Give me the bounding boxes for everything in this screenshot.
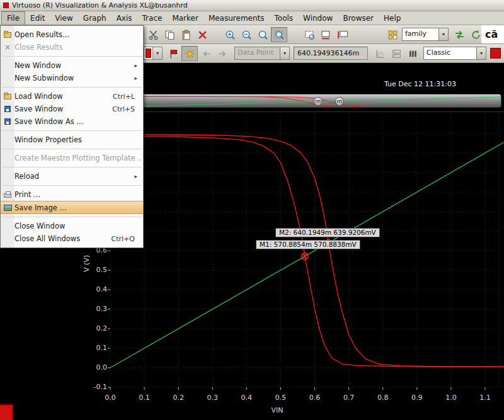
menu-separator [2,130,142,131]
chart-stack-icon[interactable] [388,46,404,61]
data-point-combo-value: Data Point [235,47,280,59]
menubar-item-window[interactable]: Window [298,11,338,25]
file-menu-item-label: New Subwindow [14,74,74,82]
file-menu-item-close-all-windows[interactable]: Close All WindowsCtrl+Q [1,232,143,245]
menubar-item-tools[interactable]: Tools [270,11,299,25]
x-tick-label: 0.8 [373,394,393,402]
save-window-as-icon [1,118,14,125]
marker-label-m2[interactable]: M2: 640.1949m 639.9206mV [275,228,380,237]
redo-arrow-icon[interactable] [214,46,231,61]
file-menu-item-close-results: Close Results [1,41,143,54]
file-menu-item-save-image[interactable]: Save Image ... [1,201,143,214]
file-menu-item-label: Window Properties [14,135,82,144]
menubar: FileEditViewGraphAxisTraceMarkerMeasurem… [0,11,504,25]
file-menu-item-label: Load Window [14,92,63,101]
data-point-combo-arrow-icon [280,47,289,59]
sun-toggle-icon[interactable] [181,46,198,61]
load-window-icon [1,94,14,99]
copy-icon[interactable] [161,27,178,42]
file-menu-item-label: Close All Windows [14,234,80,243]
close-results-icon [1,44,14,50]
menubar-item-browser[interactable]: Browser [338,11,379,25]
x-tick-label: 0.1 [134,394,154,402]
menubar-item-trace[interactable]: Trace [137,11,168,25]
delete-icon[interactable] [194,27,210,42]
menu-separator [2,149,142,149]
toolbar-group-swap [451,27,484,42]
toolbar-group-markers [165,46,231,61]
window-title: Virtuoso (R) Visualization & Analysis XL… [12,1,188,9]
menubar-item-view[interactable]: View [50,11,77,25]
save-window-icon [1,106,14,112]
family-combo-value: family [403,28,438,40]
menubar-item-graph[interactable]: Graph [78,11,112,25]
x-tick-label: 1.0 [441,394,461,402]
file-menu-item-load-window[interactable]: Load WindowCtrl+L [1,90,143,103]
file-menu-item-print[interactable]: Print ... [1,188,143,201]
menubar-item-measurements[interactable]: Measurements [203,11,270,25]
file-menu-item-save-window[interactable]: Save WindowCtrl+S [1,103,143,115]
undo-arrow-icon[interactable] [198,46,214,61]
chart-overlay-icon[interactable] [372,46,388,61]
zoom-box-icon[interactable] [271,27,287,42]
paste-icon[interactable] [178,27,194,42]
bars-icon[interactable] [404,46,421,61]
x-tick-label: 1.1 [475,394,495,402]
file-menu-item-label: Close Window [14,222,65,230]
file-menu-item-reload[interactable]: Reload [1,170,143,183]
scissors-icon[interactable] [145,27,161,42]
zoom-y-icon[interactable] [334,27,350,42]
y-tick-label: 0.2 [81,324,107,333]
style-combo-arrow-icon[interactable] [476,47,486,59]
y-tick-label: 0.0 [81,363,107,372]
swap-green-icon[interactable] [451,27,467,42]
trace-color-combo[interactable] [144,47,163,60]
zoom-fit-icon[interactable] [255,27,271,42]
titlebar[interactable]: Virtuoso (R) Visualization & Analysis XL… [0,0,504,11]
file-menu-item-save-window-as[interactable]: Save Window As ... [1,115,143,128]
data-point-combo[interactable]: Data Point [234,47,290,60]
family-grid-icon[interactable] [384,27,401,42]
datapoint-value-field[interactable]: 640.194936146m [294,47,368,60]
x-tick-label: 0.7 [339,394,359,402]
menubar-item-marker[interactable]: Marker [167,11,203,25]
style-combo-value: Classic [424,47,476,59]
toolbar-group-family [384,27,401,42]
zoom-region-icon[interactable] [301,27,318,42]
file-menu-item-window-properties[interactable]: Window Properties [1,133,143,146]
file-menu-item-label: Save Window [14,105,63,113]
file-menu-item-close-window[interactable]: Close Window [1,220,143,232]
menubar-item-file[interactable]: File [1,11,25,25]
y-tick-label: 0.3 [81,305,107,314]
file-menu-item-open-results[interactable]: Open Results... [1,28,143,41]
marker-flag-icon[interactable] [165,46,181,61]
family-combo-arrow-icon[interactable] [438,28,448,40]
x-tick-label: 0.9 [407,394,427,402]
style-combo[interactable]: Classic [423,47,486,60]
trace-color-arrow-icon[interactable] [152,47,162,59]
zoom-in-icon[interactable] [222,27,238,42]
menu-separator [2,167,142,167]
trace-color-swatch [146,48,151,58]
x-tick-label: 0.6 [305,394,325,402]
zoom-out-icon[interactable] [238,27,255,42]
file-menu-item-new-window[interactable]: New Window [1,59,143,72]
menu-separator [2,185,142,186]
menubar-item-help[interactable]: Help [379,11,406,25]
menu-separator [2,56,142,57]
zoom-x-icon[interactable] [318,27,334,42]
menubar-item-edit[interactable]: Edit [25,11,50,25]
toolbar-group-display [372,46,421,61]
marker-label-m1[interactable]: M1: 570.8854m 570.8838mV [256,240,360,249]
y-tick-label: -0.1 [81,383,107,392]
open-results-icon [1,32,14,38]
toolbar-group-edit [145,27,210,42]
y-axis-title: V (V) [83,248,91,280]
file-menu-item-new-subwindow[interactable]: New Subwindow [1,72,143,84]
menubar-item-axis[interactable]: Axis [112,11,137,25]
menu-shortcut: Ctrl+Q [112,235,140,243]
x-tick-label: 0.4 [236,394,256,402]
print-icon [1,191,14,198]
color-swatch-red[interactable] [490,48,501,59]
family-combo[interactable]: family [402,28,449,41]
